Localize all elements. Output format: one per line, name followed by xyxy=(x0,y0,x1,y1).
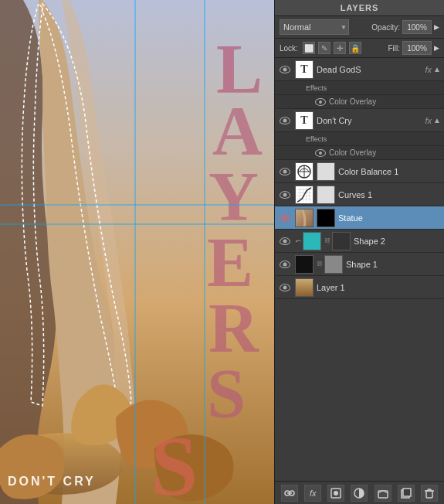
expand-dead-gods-icon[interactable]: ▲ xyxy=(433,65,441,73)
visibility-toggle-layer1[interactable] xyxy=(278,281,292,295)
new-layer-icon xyxy=(401,488,412,499)
layer-item-curves[interactable]: Curves 1 xyxy=(275,183,444,206)
create-group-button[interactable] xyxy=(375,485,391,502)
eye-icon-statue xyxy=(280,214,290,222)
layer-thumb-dead-gods: T xyxy=(295,60,314,79)
add-adjustment-button[interactable] xyxy=(351,485,368,502)
balance-icon xyxy=(296,163,313,180)
svg-rect-16 xyxy=(296,186,313,203)
effects-row-dead-gods: Effects xyxy=(275,81,444,95)
layers-panel: LAYERS Normal Multiply Screen Overlay ▼ … xyxy=(274,0,444,504)
layer-mask-statue xyxy=(317,209,335,227)
layer-name-curves: Curves 1 xyxy=(338,190,441,199)
layer-item-dont-cry[interactable]: T Don't Cry fx ▲ xyxy=(275,109,444,132)
layer-item-shape1[interactable]: ⛓ Shape 1 xyxy=(275,253,444,276)
eye-icon-dead-gods xyxy=(280,66,290,73)
opacity-arrow-icon[interactable]: ▶ xyxy=(434,23,439,31)
dont-cry-text: DON'T CRY xyxy=(8,475,96,489)
lock-image-button[interactable]: ✎ xyxy=(318,42,330,54)
lock-all-button[interactable]: 🔒 xyxy=(349,42,361,54)
lock-pixels-button[interactable]: ⬜ xyxy=(303,42,315,54)
svg-text:S: S xyxy=(151,419,198,504)
effects-label-dead-gods: Effects xyxy=(306,84,327,92)
eye-icon-shape2 xyxy=(280,237,290,245)
mask-icon xyxy=(330,488,341,499)
layer-mask-shape2 xyxy=(332,232,351,250)
layer-item-shape2[interactable]: ⤻ ⛓ Shape 2 xyxy=(275,230,444,253)
layer-name-shape2: Shape 2 xyxy=(354,237,441,246)
layer-name-statue: Statue xyxy=(338,213,441,223)
visibility-toggle-dead-gods[interactable] xyxy=(278,63,292,77)
visibility-toggle-shape1[interactable] xyxy=(278,257,292,271)
svg-point-23 xyxy=(334,491,338,495)
fx-badge-dead-gods: fx xyxy=(425,65,432,74)
panel-header: LAYERS xyxy=(275,0,444,16)
panel-title: LAYERS xyxy=(341,3,379,12)
eye-icon-dont-cry xyxy=(280,117,290,124)
lock-position-button[interactable]: ✛ xyxy=(334,42,346,54)
trash-icon xyxy=(424,488,435,499)
layers-list[interactable]: T Dead GodS fx ▲ Effects Color Overlay T xyxy=(275,58,444,481)
canvas-bottom-text: DON'T CRY xyxy=(8,475,96,489)
layer-item-color-balance[interactable]: Color Balance 1 xyxy=(275,160,444,183)
link-effects-button[interactable] xyxy=(281,485,298,502)
fill-input[interactable] xyxy=(402,41,432,55)
layer-thumb-curves xyxy=(295,186,314,204)
visibility-toggle-shape2[interactable] xyxy=(278,234,292,248)
delete-layer-button[interactable] xyxy=(421,485,438,502)
effects-label-dont-cry: Effects xyxy=(306,135,327,143)
svg-rect-28 xyxy=(426,491,432,498)
link-icon xyxy=(284,488,295,499)
effects-row-dont-cry: Effects xyxy=(275,132,444,146)
visibility-toggle-color-balance[interactable] xyxy=(278,165,292,179)
visibility-toggle-dont-cry[interactable] xyxy=(278,114,292,128)
opacity-input[interactable] xyxy=(402,20,432,34)
eye-icon-color-balance xyxy=(280,168,290,175)
layer-name-dont-cry: Don't Cry xyxy=(317,116,424,125)
shape2-link-icon: ⤻ xyxy=(295,237,301,245)
eye-icon-layer1 xyxy=(280,284,290,291)
layer-thumb-layer1 xyxy=(295,278,314,297)
chain-icon-shape1: ⛓ xyxy=(317,255,323,274)
add-mask-button[interactable] xyxy=(327,485,344,502)
color-overlay-dont-cry-row[interactable]: Color Overlay xyxy=(275,146,444,160)
panel-toolbar: fx xyxy=(275,481,444,504)
layer-item-statue[interactable]: Statue xyxy=(275,206,444,230)
fill-control: Fill: ▶ xyxy=(388,41,439,55)
expand-dont-cry-icon[interactable]: ▲ xyxy=(433,116,441,124)
fx-badge-dont-cry: fx xyxy=(425,116,432,125)
blend-mode-select[interactable]: Normal Multiply Screen Overlay xyxy=(280,19,349,35)
new-layer-button[interactable] xyxy=(398,485,415,502)
svg-text:S: S xyxy=(207,356,246,432)
fill-arrow-icon[interactable]: ▶ xyxy=(434,44,439,52)
layer-name-shape1: Shape 1 xyxy=(346,260,441,269)
lock-fill-row: Lock: ⬜ ✎ ✛ 🔒 Fill: ▶ xyxy=(275,39,444,58)
canvas-area: L A Y E R S S DON'T CRY xyxy=(0,0,274,504)
color-overlay-dead-gods-row[interactable]: Color Overlay xyxy=(275,95,444,109)
color-overlay-dead-gods-label: Color Overlay xyxy=(329,97,376,106)
adjustment-icon xyxy=(354,488,364,499)
color-overlay-dead-gods-eye-icon[interactable] xyxy=(315,98,326,106)
layer-thumb-color-balance xyxy=(295,162,314,181)
layer-item-dead-gods[interactable]: T Dead GodS fx ▲ xyxy=(275,58,444,81)
layer-item-layer1[interactable]: Layer 1 xyxy=(275,276,444,299)
color-overlay-dont-cry-eye-icon[interactable] xyxy=(315,149,326,157)
layer-mask-shape1 xyxy=(324,255,343,274)
add-layer-style-button[interactable]: fx xyxy=(304,485,321,502)
layer-thumb-dont-cry: T xyxy=(295,111,314,130)
lock-label: Lock: xyxy=(280,44,298,53)
layer-mask-color-balance xyxy=(317,162,335,181)
blend-opacity-row: Normal Multiply Screen Overlay ▼ Opacity… xyxy=(275,16,444,39)
eye-icon-curves xyxy=(280,191,290,199)
opacity-control: Opacity: ▶ xyxy=(371,20,439,34)
svg-rect-25 xyxy=(378,491,388,498)
canvas-image: L A Y E R S S xyxy=(0,0,274,504)
canvas-background: L A Y E R S S DON'T CRY xyxy=(0,0,274,504)
fx-label: fx xyxy=(310,489,317,498)
color-overlay-dont-cry-label: Color Overlay xyxy=(329,148,376,157)
visibility-toggle-statue[interactable] xyxy=(278,211,292,225)
layer-thumb-shape1 xyxy=(295,255,314,274)
statue-thumb-image xyxy=(296,209,313,227)
app-container: L A Y E R S S DON'T CRY LA xyxy=(0,0,444,504)
visibility-toggle-curves[interactable] xyxy=(278,188,292,202)
